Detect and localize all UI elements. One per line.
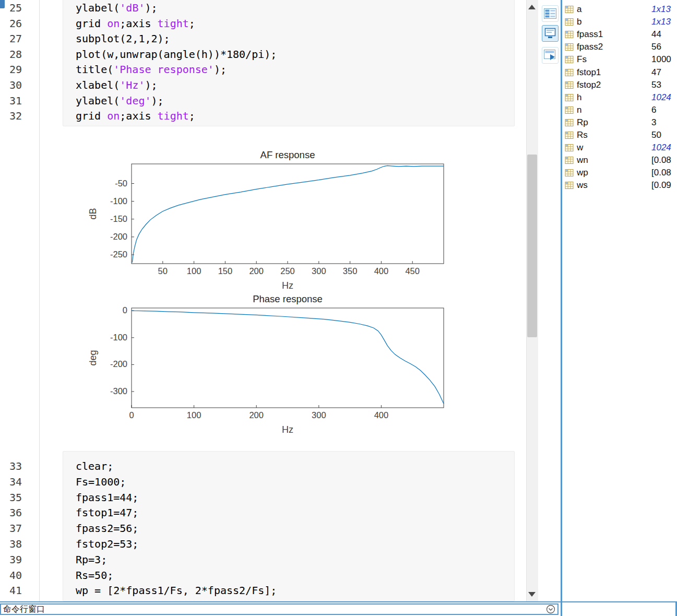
- panel-divider[interactable]: [561, 0, 562, 616]
- code-line-41[interactable]: wp = [2*fpass1/Fs, 2*fpass2/Fs];: [76, 584, 277, 597]
- svg-text:250: 250: [280, 266, 295, 276]
- line-number: 38: [0, 538, 22, 550]
- code-line-31[interactable]: ylabel('deg');: [76, 94, 164, 107]
- variable-matrix-icon: [565, 81, 574, 89]
- code-line-35[interactable]: fpass1=44;: [76, 491, 138, 504]
- code-line-26[interactable]: grid on;axis tight;: [76, 17, 195, 30]
- svg-text:50: 50: [158, 266, 168, 276]
- code-line-39[interactable]: Rp=3;: [76, 553, 107, 566]
- variable-value: 6: [651, 105, 656, 115]
- workspace-panel: a1x13b1x13fpass144fpass256Fs1000fstop147…: [564, 0, 677, 601]
- workspace-row-n[interactable]: n6: [564, 104, 677, 116]
- variable-value: 1x13: [651, 17, 671, 27]
- code-line-36[interactable]: fstop1=47;: [76, 506, 138, 519]
- variable-name: Rp: [577, 117, 651, 128]
- variable-value: 1024: [651, 92, 671, 103]
- workspace-row-wp[interactable]: wp[0.08: [564, 167, 677, 179]
- workspace-row-h[interactable]: h1024: [564, 91, 677, 104]
- code-token: grid: [76, 110, 107, 122]
- code-line-40[interactable]: Rs=50;: [76, 569, 113, 582]
- svg-text:400: 400: [374, 266, 389, 276]
- scrollbar-thumb[interactable]: [527, 155, 537, 337]
- phase-response-chart: 01002003004000-100-200-300Phase response…: [73, 293, 454, 442]
- workspace-row-fpass1[interactable]: fpass144: [564, 28, 677, 41]
- svg-text:400: 400: [374, 410, 389, 420]
- code-token: title(: [76, 63, 113, 76]
- line-number: 26: [0, 17, 22, 30]
- workspace-row-Rs[interactable]: Rs50: [564, 129, 677, 141]
- code-line-25[interactable]: ylabel('dB');: [76, 2, 158, 14]
- code-line-38[interactable]: fstop2=53;: [76, 538, 138, 550]
- variable-name: wn: [577, 155, 651, 165]
- code-token: );: [145, 2, 157, 14]
- variable-value: [0.08: [651, 155, 671, 165]
- svg-text:200: 200: [249, 410, 264, 420]
- svg-text:-250: -250: [110, 250, 127, 259]
- scroll-up-icon[interactable]: [528, 5, 536, 9]
- variable-value: 56: [651, 42, 661, 52]
- workspace-row-ws[interactable]: ws[0.09: [564, 179, 677, 192]
- workspace-row-a[interactable]: a1x13: [564, 3, 677, 16]
- code-token: 'Phase response': [113, 63, 214, 76]
- workspace-row-wn[interactable]: wn[0.08: [564, 154, 677, 167]
- code-line-30[interactable]: xlabel('Hz');: [76, 79, 158, 91]
- variable-matrix-icon: [565, 144, 574, 152]
- code-token: fpass1=44;: [76, 491, 138, 504]
- workspace-row-b[interactable]: b1x13: [564, 16, 677, 28]
- code-token: plot(w,unwrap(angle(h))*180/pi);: [76, 48, 277, 61]
- line-number: 29: [0, 63, 22, 76]
- code-line-34[interactable]: Fs=1000;: [76, 476, 126, 488]
- variable-matrix-icon: [565, 30, 574, 39]
- line-number: 25: [0, 2, 22, 14]
- workspace-row-w[interactable]: w1024: [564, 141, 677, 154]
- line-number: 32: [0, 110, 22, 122]
- svg-text:100: 100: [187, 266, 201, 276]
- workspace-row-Rp[interactable]: Rp3: [564, 116, 677, 129]
- line-number: 34: [0, 476, 22, 488]
- svg-text:-100: -100: [110, 196, 127, 206]
- variable-name: fpass2: [577, 42, 651, 52]
- editor-bottom-border: [0, 601, 561, 602]
- inline-output-button[interactable]: [542, 25, 559, 42]
- variable-matrix-icon: [565, 68, 574, 77]
- code-token: grid: [76, 17, 107, 30]
- code-token: tight: [158, 110, 189, 122]
- circle-chevron-down-icon[interactable]: [546, 605, 555, 614]
- svg-text:-150: -150: [110, 214, 127, 223]
- code-line-27[interactable]: subplot(2,1,2);: [76, 32, 170, 45]
- code-token: xlabel(: [76, 79, 120, 91]
- variable-name: a: [577, 4, 651, 15]
- workspace-row-fpass2[interactable]: fpass256: [564, 41, 677, 53]
- svg-text:0: 0: [129, 410, 134, 420]
- variable-name: w: [577, 143, 651, 153]
- code-token: Fs=1000;: [76, 476, 126, 488]
- workspace-row-fstop2[interactable]: fstop253: [564, 79, 677, 91]
- open-output-button[interactable]: [542, 47, 559, 64]
- variable-value: [0.09: [651, 180, 671, 191]
- variable-name: ws: [577, 180, 651, 191]
- code-token: ;: [189, 17, 195, 30]
- command-window-bar[interactable]: 命令行窗口: [0, 603, 559, 615]
- af-response-chart: 50100150200250300350400450-50-100-150-20…: [73, 149, 454, 298]
- workspace-row-Fs[interactable]: Fs1000: [564, 53, 677, 66]
- code-token: ;axis: [120, 17, 157, 30]
- line-number: 37: [0, 522, 22, 535]
- variable-matrix-icon: [565, 55, 574, 64]
- svg-text:-300: -300: [110, 386, 127, 396]
- code-line-33[interactable]: clear;: [76, 460, 113, 472]
- layout-grid-button[interactable]: [542, 5, 559, 22]
- code-token: );: [214, 63, 227, 76]
- code-line-28[interactable]: plot(w,unwrap(angle(h))*180/pi);: [76, 48, 277, 61]
- variable-name: fstop2: [577, 80, 651, 90]
- variable-matrix-icon: [565, 181, 574, 189]
- code-line-32[interactable]: grid on;axis tight;: [76, 110, 195, 122]
- scroll-down-icon[interactable]: [528, 592, 536, 597]
- svg-text:Phase response: Phase response: [253, 293, 323, 304]
- variable-matrix-icon: [565, 43, 574, 51]
- code-line-37[interactable]: fpass2=56;: [76, 522, 138, 535]
- code-token: fstop2=53;: [76, 538, 138, 550]
- workspace-row-fstop1[interactable]: fstop147: [564, 66, 677, 79]
- code-line-29[interactable]: title('Phase response');: [76, 63, 227, 76]
- code-token: wp = [2*fpass1/Fs, 2*fpass2/Fs];: [76, 584, 277, 597]
- workspace-bottom-border: [562, 601, 677, 602]
